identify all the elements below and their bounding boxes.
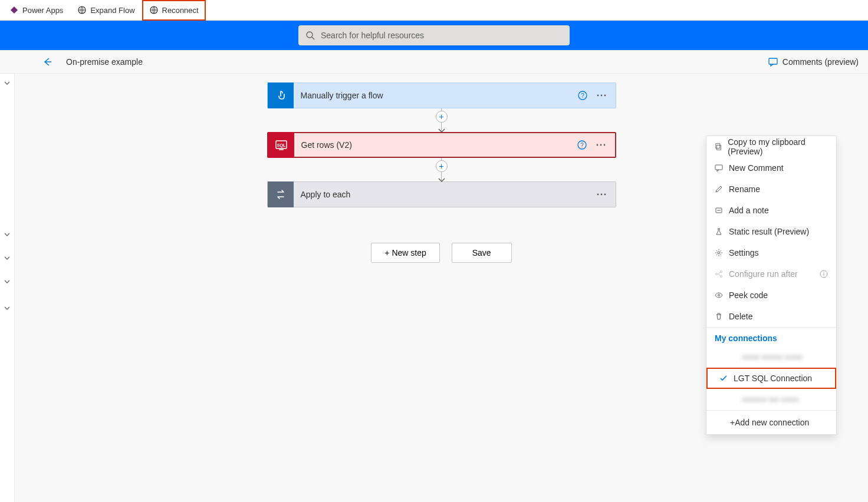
chevron-down-icon[interactable] <box>2 78 12 88</box>
svg-point-20 <box>597 194 599 196</box>
menu-static-result[interactable]: Static result (Preview) <box>706 221 836 242</box>
flow-column: Manually trigger a flow ? + SQL Get rows… <box>267 82 616 263</box>
svg-rect-23 <box>716 145 721 150</box>
help-button[interactable]: ? <box>573 86 592 105</box>
menu-settings[interactable]: Settings <box>706 242 836 263</box>
footer-actions: + New step Save <box>371 243 511 263</box>
menu-rename[interactable]: Rename <box>706 179 836 200</box>
new-step-button[interactable]: + New step <box>371 243 439 263</box>
svg-rect-25 <box>715 165 722 170</box>
add-step-button[interactable]: + <box>436 111 448 123</box>
chevron-down-icon[interactable] <box>2 277 12 286</box>
svg-point-21 <box>600 194 602 196</box>
menu-add-note[interactable]: Add a note <box>706 200 836 221</box>
tab-expand-flow[interactable]: Expand Flow <box>70 0 142 21</box>
svg-point-3 <box>307 32 313 38</box>
trash-icon <box>715 312 723 321</box>
arrow-down-icon <box>438 128 445 133</box>
svg-point-30 <box>721 271 722 273</box>
comment-icon <box>768 57 778 67</box>
connections-heading: My connections <box>706 328 836 346</box>
app-header <box>0 21 868 50</box>
step-get-rows[interactable]: SQL Get rows (V2) ? <box>267 132 616 158</box>
svg-text:SQL: SQL <box>277 143 285 148</box>
svg-text:?: ? <box>581 93 584 99</box>
connection-item-selected[interactable]: LGT SQL Connection <box>706 368 836 389</box>
back-button[interactable] <box>38 52 57 71</box>
subheader-left: On-premise example <box>5 52 143 71</box>
left-rail <box>0 74 15 502</box>
add-step-button[interactable]: + <box>436 160 448 172</box>
menu-delete[interactable]: Delete <box>706 306 836 327</box>
add-new-connection[interactable]: +Add new connection <box>706 411 836 434</box>
search-box[interactable] <box>298 25 570 45</box>
svg-point-35 <box>718 295 720 296</box>
svg-point-29 <box>716 273 718 275</box>
note-icon <box>715 206 723 214</box>
info-icon <box>820 270 828 278</box>
step-title: Apply to each <box>294 190 573 199</box>
svg-point-22 <box>604 194 606 196</box>
svg-rect-6 <box>769 58 777 64</box>
sql-icon: SQL <box>268 132 294 158</box>
connector: + <box>435 158 449 181</box>
svg-point-10 <box>600 95 602 97</box>
svg-point-31 <box>721 276 722 278</box>
check-icon <box>719 374 728 382</box>
svg-point-9 <box>597 95 599 97</box>
context-menu: Copy to my clipboard (Preview) New Comme… <box>706 136 837 435</box>
eye-icon <box>715 291 723 299</box>
step-menu-button[interactable] <box>591 136 610 154</box>
svg-point-18 <box>600 144 601 146</box>
connection-item[interactable]: xxxxxxx xxx xxxxx <box>706 389 836 410</box>
connector: + <box>435 108 449 132</box>
copy-icon <box>715 143 722 151</box>
branch-icon <box>715 270 723 278</box>
search-input[interactable] <box>321 31 563 40</box>
step-menu-button[interactable] <box>592 185 611 204</box>
menu-configure-run-after: Configure run after <box>706 263 836 285</box>
svg-point-19 <box>603 144 605 146</box>
sub-header: On-premise example Comments (preview) <box>0 50 868 74</box>
chevron-down-icon[interactable] <box>2 230 12 239</box>
step-title: Get rows (V2) <box>294 140 573 150</box>
tab-label: Reconnect <box>162 6 199 15</box>
chevron-down-icon[interactable] <box>2 253 12 263</box>
flow-title: On-premise example <box>66 57 143 67</box>
svg-point-28 <box>718 252 720 254</box>
save-button[interactable]: Save <box>452 243 512 263</box>
svg-text:?: ? <box>580 142 584 148</box>
top-tab-bar: Power Apps Expand Flow Reconnect <box>0 0 868 21</box>
menu-copy[interactable]: Copy to my clipboard (Preview) <box>706 136 836 157</box>
flask-icon <box>715 227 723 236</box>
power-apps-icon <box>9 5 19 15</box>
arrow-down-icon <box>438 178 445 183</box>
main-area: Manually trigger a flow ? + SQL Get rows… <box>0 74 868 502</box>
step-apply-to-each[interactable]: Apply to each <box>267 181 616 207</box>
globe-icon <box>77 5 87 15</box>
svg-point-11 <box>604 95 606 97</box>
loop-icon <box>268 181 294 207</box>
comment-icon <box>715 164 723 172</box>
tab-label: Expand Flow <box>90 6 134 15</box>
menu-peek-code[interactable]: Peek code <box>706 285 836 306</box>
svg-line-4 <box>312 37 314 39</box>
svg-point-17 <box>596 144 598 146</box>
step-trigger[interactable]: Manually trigger a flow ? <box>267 82 616 108</box>
help-button[interactable]: ? <box>573 136 591 154</box>
menu-new-comment[interactable]: New Comment <box>706 157 836 179</box>
flow-canvas: Manually trigger a flow ? + SQL Get rows… <box>15 74 868 502</box>
step-menu-button[interactable] <box>592 86 611 105</box>
chevron-down-icon[interactable] <box>2 303 12 313</box>
tab-power-apps[interactable]: Power Apps <box>2 0 70 21</box>
gear-icon <box>715 249 723 257</box>
svg-point-34 <box>823 272 824 273</box>
tab-reconnect[interactable]: Reconnect <box>142 0 206 21</box>
step-title: Manually trigger a flow <box>294 91 573 100</box>
comments-button[interactable]: Comments (preview) <box>768 57 859 67</box>
connection-item[interactable]: xxxxx xxxxxx xxxxx <box>706 346 836 368</box>
svg-rect-24 <box>716 144 720 148</box>
search-icon <box>305 31 315 40</box>
touch-icon <box>268 82 294 108</box>
pencil-icon <box>715 185 723 193</box>
